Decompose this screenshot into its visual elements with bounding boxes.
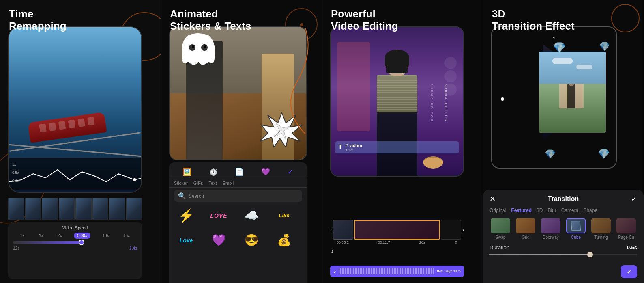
tab-gifs[interactable]: GIFs bbox=[193, 181, 203, 186]
ghost-sticker bbox=[180, 33, 217, 66]
film-frame-7 bbox=[109, 198, 125, 220]
sticker-items-grid: ⚡ LOVE ☁️ Like Love 💜 😎 💰 bbox=[169, 204, 307, 251]
sticker-picker: 🖼️ ⏱️ 📄 💜 ✓ Sticker GIFs Text Emoji 🔍 Se… bbox=[169, 162, 307, 283]
transition-turning[interactable]: Turning bbox=[590, 218, 612, 240]
transition-tabs: Original Featured 3D Blur Camera Shape bbox=[489, 207, 637, 213]
sticker-purple-circle[interactable]: 💜 bbox=[207, 229, 231, 251]
title4-line1: 3D bbox=[492, 8, 505, 20]
film-frame-3 bbox=[42, 198, 58, 220]
duration-label: Duration bbox=[489, 244, 509, 251]
sticker-clock-icon[interactable]: ⏱️ bbox=[209, 167, 218, 176]
svg-point-6 bbox=[192, 45, 194, 48]
cube-visualization: 💎 💎 💎 💎 bbox=[504, 39, 612, 164]
timeline-prev[interactable]: ‹ bbox=[330, 226, 332, 233]
sticker-money-bag[interactable]: 💰 bbox=[272, 229, 296, 251]
music-note: ♪ bbox=[331, 248, 334, 254]
vidma-watermark-2: VIDMA EDITOR bbox=[430, 84, 434, 123]
gem-bottom-left: 💎 bbox=[545, 149, 556, 160]
title4-line2: Transition Effect bbox=[492, 20, 575, 32]
video-person-bg: VIDMA EDITOR VIDMA EDITOR T # vidma 10.3… bbox=[331, 27, 463, 176]
duration-handle[interactable] bbox=[587, 252, 593, 257]
film-frame-5 bbox=[75, 198, 92, 220]
tab-emoji[interactable]: Emoji bbox=[223, 181, 234, 186]
sticker-heart-icon[interactable]: 💜 bbox=[261, 167, 270, 176]
text-duration: 10.3s bbox=[346, 148, 362, 152]
text-overlay: T # vidma 10.3s bbox=[335, 141, 459, 153]
timeline-frame-dark bbox=[441, 220, 461, 240]
speed-btn-2x[interactable]: 2x bbox=[55, 233, 64, 239]
sticker-lightning[interactable]: ⚡ bbox=[174, 204, 198, 227]
explosion-sticker bbox=[260, 111, 304, 147]
transition-pagec[interactable]: Page Cu bbox=[615, 218, 637, 240]
tab-3d[interactable]: 3D bbox=[537, 207, 543, 213]
speed-btn-p1[interactable]: 1x bbox=[18, 233, 27, 239]
panel4-title: 3D Transition Effect bbox=[483, 0, 644, 37]
music-bar: ♪ 84s Daydream bbox=[330, 266, 464, 277]
speed-btn-5x[interactable]: 5.00x bbox=[74, 233, 90, 239]
speed-btn-1x[interactable]: 1x bbox=[36, 233, 46, 239]
music-waveform bbox=[339, 268, 434, 274]
apply-button[interactable]: ✓ bbox=[621, 265, 637, 278]
thumb-swap bbox=[491, 218, 510, 233]
sticker-cat-glasses[interactable]: 😎 bbox=[239, 229, 264, 251]
film-frame-4 bbox=[59, 198, 75, 220]
sticker-love-script[interactable]: Love bbox=[174, 229, 198, 251]
timeline-time-1: 00:05.2 bbox=[337, 240, 349, 244]
filmstrip bbox=[8, 198, 142, 220]
speed-btn-15x[interactable]: 15x bbox=[121, 233, 132, 239]
transition-title: Transition bbox=[548, 195, 579, 203]
speed-buttons: 1x 1x 2x 5.00x 10x 15x bbox=[13, 233, 137, 239]
transition-phone: ↑ 💎 bbox=[491, 26, 617, 169]
transition-grid[interactable]: Grid bbox=[515, 218, 537, 240]
sticker-confirm-check[interactable]: ✓ bbox=[288, 167, 294, 176]
text-hashtag: # vidma bbox=[346, 143, 362, 148]
panel3-title: Powerful Video Editing bbox=[322, 0, 483, 37]
timeline-next[interactable]: › bbox=[462, 226, 464, 233]
duration-row: Duration 0.5s bbox=[489, 244, 637, 251]
label-grid: Grid bbox=[522, 235, 530, 240]
panel-time-remapping: Time Remapping bbox=[0, 0, 161, 283]
tab-text[interactable]: Text bbox=[208, 181, 217, 186]
timeline-settings: ⚙ bbox=[454, 240, 457, 244]
dot-indicator bbox=[501, 97, 504, 101]
confirm-check-button[interactable]: ✓ bbox=[631, 194, 637, 203]
text-t-icon: T bbox=[338, 144, 342, 151]
timeline-frame-selected bbox=[333, 220, 353, 240]
svg-text:0.5x: 0.5x bbox=[12, 171, 19, 175]
tab-featured[interactable]: Featured bbox=[511, 207, 532, 213]
tab-blur[interactable]: Blur bbox=[547, 207, 556, 213]
duration-slider[interactable] bbox=[489, 254, 637, 255]
tab-original[interactable]: Original bbox=[489, 207, 506, 213]
transition-cube[interactable]: Cube bbox=[565, 218, 587, 240]
timeline-duration: 26s bbox=[419, 240, 425, 244]
sticker-love[interactable]: LOVE bbox=[207, 204, 231, 227]
title2-line1: Animated bbox=[170, 8, 218, 20]
close-button[interactable]: ✕ bbox=[489, 194, 496, 203]
thumb-turning bbox=[591, 218, 611, 233]
transition-swap[interactable]: Swap bbox=[489, 218, 511, 240]
time-start: 12s bbox=[13, 246, 19, 251]
video-speed-panel: Video Speed 1x 1x 2x 5.00x 10x 15x 12s 2… bbox=[8, 222, 142, 279]
label-doorway: Doorway bbox=[543, 235, 558, 240]
tab-shape[interactable]: Shape bbox=[583, 207, 597, 213]
speed-times: 12s 2.4s bbox=[13, 246, 137, 251]
panel2-title: Animated Stickers & Texts bbox=[161, 0, 322, 37]
panel-stickers: Animated Stickers & Texts bbox=[161, 0, 322, 283]
tab-sticker[interactable]: Sticker bbox=[174, 181, 188, 186]
sticker-cloud[interactable]: ☁️ bbox=[239, 204, 264, 227]
transition-doorway[interactable]: Doorway bbox=[540, 218, 562, 240]
vidma-watermark: VIDMA EDITOR bbox=[444, 84, 448, 123]
sticker-search-bar[interactable]: 🔍 Search bbox=[174, 190, 302, 202]
time-end: 2.4s bbox=[129, 246, 137, 251]
speed-btn-10x[interactable]: 10x bbox=[100, 233, 111, 239]
sticker-image-icon[interactable]: 🖼️ bbox=[182, 167, 191, 176]
panel1-phone: 1x 0.5x 0.1x bbox=[8, 26, 142, 193]
tab-camera[interactable]: Camera bbox=[561, 207, 579, 213]
sticker-doc-icon[interactable]: 📄 bbox=[235, 167, 244, 176]
transition-header: ✕ Transition ✓ bbox=[489, 194, 637, 203]
roller-coaster-image: 1x 0.5x 0.1x bbox=[9, 27, 141, 192]
duration-fill bbox=[489, 254, 593, 255]
sticker-like[interactable]: Like bbox=[272, 204, 296, 227]
title3-line1: Powerful bbox=[331, 8, 376, 20]
search-placeholder: Search bbox=[189, 193, 204, 199]
